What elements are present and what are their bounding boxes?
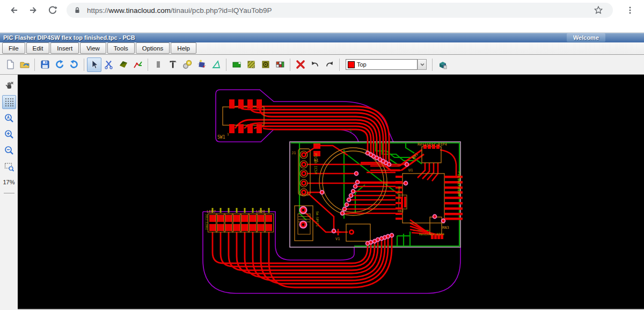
pan-tool-button[interactable]: [2, 79, 16, 93]
scissors-icon: [104, 59, 114, 70]
label-resistor-dip4-bottom: Resistor-DIP4: [419, 232, 444, 236]
grid-dots-icon: [4, 97, 14, 107]
back-arrow-icon: [9, 5, 19, 15]
keepout-tool-button[interactable]: [258, 57, 273, 72]
redo-button[interactable]: [322, 57, 336, 72]
save-button[interactable]: [38, 57, 52, 72]
cursor-arrow-icon: [89, 59, 100, 70]
layer-select-dropdown[interactable]: Top: [346, 59, 418, 70]
pad-tool-button[interactable]: [151, 57, 165, 72]
polygon-icon: [118, 59, 129, 70]
footprint-tool-button[interactable]: [194, 57, 209, 72]
label-pin1: 1: [227, 132, 229, 136]
triangle-ruler-icon: [211, 59, 222, 70]
zoom-out-button[interactable]: [2, 143, 16, 157]
menu-edit[interactable]: Edit: [26, 42, 50, 54]
welcome-button[interactable]: Welcome: [567, 33, 605, 42]
label-resistor-rn2: Resistor-: [398, 186, 401, 203]
zoom-level-label: 17%: [3, 179, 14, 185]
browser-gap: [0, 20, 644, 33]
menubar: File Edit Insert View Tools Options Help: [0, 42, 644, 55]
bookmark-star-icon[interactable]: [594, 5, 603, 15]
zoom-window-icon: [4, 161, 14, 172]
copper-pour-tool-button[interactable]: [244, 57, 258, 72]
layer-color-swatch: [348, 61, 355, 68]
hatched-pour-icon: [246, 59, 257, 70]
layer-select-arrow-button[interactable]: [418, 59, 427, 70]
label-sw1: SW1: [217, 135, 225, 140]
label-icsp: PIC16 ICSP: [313, 153, 318, 174]
address-bar[interactable]: https://www.tinacloud.com/tinaui/pcb.php…: [67, 3, 613, 18]
zoom-in-button[interactable]: [2, 127, 16, 141]
redo-arrow-icon: [324, 59, 335, 70]
label-resistor-dip4-top: Resistor-DIP4: [418, 142, 447, 147]
label-v1: V1: [335, 237, 340, 241]
view-sidebar: 17%: [0, 75, 18, 310]
label-u1: U1: [408, 168, 413, 172]
curved-arrow-left-button[interactable]: [52, 57, 67, 72]
menu-insert[interactable]: Insert: [50, 42, 79, 54]
menu-help[interactable]: Help: [171, 42, 196, 54]
trace-cut-tool-button[interactable]: [101, 57, 116, 72]
browser-chrome: https://www.tinacloud.com/tinaui/pcb.php…: [0, 0, 644, 20]
url-text: https://www.tinacloud.com/tinaui/pcb.php…: [87, 6, 272, 15]
menu-tools[interactable]: Tools: [107, 42, 135, 54]
open-folder-icon: [19, 59, 30, 70]
via-icon: [182, 59, 193, 70]
zoom-window-button[interactable]: [2, 160, 16, 174]
undo-button[interactable]: [308, 57, 322, 72]
document-title: PIC Flasher DIP4SW flex top finished.tpc…: [0, 34, 135, 41]
delete-button[interactable]: [293, 57, 308, 72]
polygon-tool-button[interactable]: [116, 57, 130, 72]
label-pin3: 3: [349, 129, 352, 133]
layer-select-value: Top: [357, 61, 417, 68]
zoom-all-button[interactable]: [2, 111, 16, 125]
grid-toggle-button[interactable]: [2, 95, 16, 109]
keepout-region-icon: [260, 59, 271, 70]
zoom-in-icon: [4, 129, 14, 140]
layer-grid-icon: [275, 59, 286, 70]
reload-icon: [48, 5, 57, 15]
blue-circular-arrow-right-icon: [69, 59, 79, 70]
open-file-button[interactable]: [17, 57, 32, 72]
sidebar-divider: [4, 193, 14, 193]
workspace: 17%: [0, 75, 644, 310]
select-tool-button[interactable]: [87, 57, 101, 72]
board-outline-tool-button[interactable]: [229, 57, 244, 72]
pcb-canvas[interactable]: SW1 1 3 J1 PIC16 ICSP R1 Resistor-DIP4 R…: [18, 75, 644, 309]
label-sw-spst1: SW-SPST1: [316, 211, 319, 227]
menu-view[interactable]: View: [80, 42, 106, 54]
label-pic: PIC16LF628A: [457, 171, 461, 197]
footprint-icon: [196, 59, 207, 70]
menu-file[interactable]: File: [2, 42, 25, 54]
measure-tool-button[interactable]: [209, 57, 223, 72]
label-j1: J1: [291, 151, 296, 155]
label-led0: LED0: [256, 210, 265, 214]
app-titlebar: PIC Flasher DIP4SW flex top finished.tpc…: [0, 33, 644, 42]
pad-icon: [153, 59, 164, 70]
text-tool-button[interactable]: [165, 57, 180, 72]
layer-config-tool-button[interactable]: [273, 57, 287, 72]
label-rn3: RN3: [442, 226, 449, 230]
lock-icon: [73, 6, 82, 15]
new-file-button[interactable]: [3, 57, 17, 72]
undo-arrow-icon: [310, 59, 320, 70]
view-3d-button[interactable]: [435, 57, 450, 72]
back-button[interactable]: [6, 3, 21, 18]
green-board-icon: [231, 59, 242, 70]
reload-button[interactable]: [45, 3, 60, 18]
chevron-down-icon: [420, 62, 425, 67]
zoom-out-icon: [4, 145, 14, 156]
label-r1: R1: [314, 158, 318, 163]
blue-circular-arrow-left-icon: [54, 59, 65, 70]
browser-menu-button[interactable]: [623, 3, 638, 18]
forward-arrow-icon: [28, 5, 38, 15]
curved-arrow-right-button[interactable]: [67, 57, 81, 72]
toolbar: Top: [0, 55, 644, 75]
via-tool-button[interactable]: [180, 57, 194, 72]
forward-button[interactable]: [26, 3, 41, 18]
menu-options[interactable]: Options: [136, 42, 170, 54]
net-wires-icon: [133, 59, 143, 70]
net-tool-button[interactable]: [130, 57, 145, 72]
three-dots-icon: [626, 6, 634, 15]
